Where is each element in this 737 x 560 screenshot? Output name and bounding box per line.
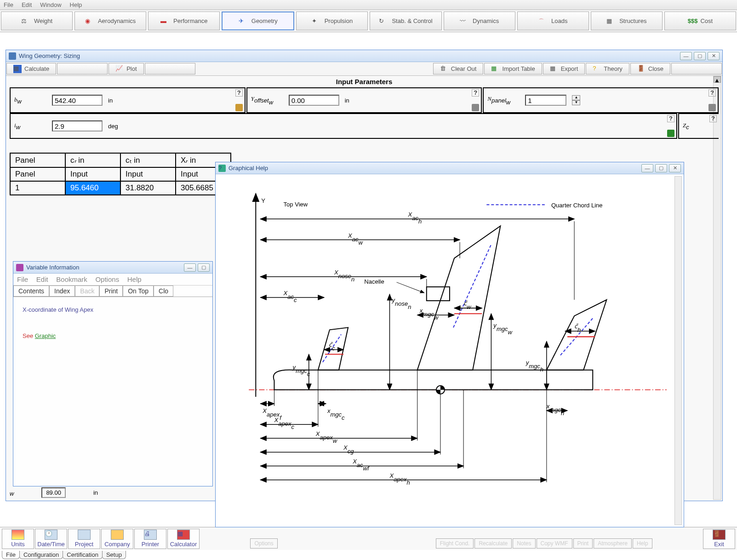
graph-window-titlebar[interactable]: ? Graphical Help — ▢ ✕	[216, 162, 684, 174]
var-menu-bookmark[interactable]: Bookmark	[56, 275, 87, 283]
bottom-toolbar: Units 🕐Date/Time Project Company 🖨Printe…	[0, 527, 737, 550]
company-button[interactable]: Company	[101, 529, 133, 549]
tab-structures[interactable]: ▦Structures	[591, 11, 663, 30]
tab-weight[interactable]: ⚖Weight	[1, 11, 73, 30]
wrench-icon[interactable]	[235, 104, 243, 111]
copywmf-flat[interactable]: Copy WMF	[537, 538, 572, 549]
spin-up[interactable]: ▲	[572, 95, 580, 100]
print-flat[interactable]: Print	[573, 538, 593, 549]
tab-stabcontrol[interactable]: ↻Stab. & Control	[370, 11, 441, 30]
options-flat[interactable]: Options	[250, 538, 277, 549]
export-button[interactable]: ▦Export	[543, 63, 585, 74]
help-icon[interactable]: ?	[709, 115, 717, 122]
cell-selected[interactable]: 95.6460	[65, 181, 120, 195]
wing-window-titlebar[interactable]: Wing Geometry: Sizing — ▢ ✕	[6, 50, 722, 62]
cell[interactable]: 1	[10, 181, 65, 195]
close-toolbar-button[interactable]: 🚪Close	[630, 63, 670, 74]
tab-geometry[interactable]: ✈Geometry	[222, 11, 294, 30]
menu-help[interactable]: Help	[70, 1, 82, 8]
footer-tab-cert[interactable]: Certification	[63, 551, 103, 559]
svg-text:xmgcw: xmgcw	[419, 307, 439, 321]
print-button[interactable]: Print	[99, 286, 123, 297]
minimize-button[interactable]: —	[680, 52, 692, 60]
flightcond-flat[interactable]: Flight Cond.	[436, 538, 474, 549]
tab-dynamics[interactable]: 〰Dynamics	[444, 11, 515, 30]
maximize-button[interactable]: ▢	[198, 263, 210, 272]
wrench-icon[interactable]	[708, 104, 716, 111]
notes-flat[interactable]: Notes	[513, 538, 535, 549]
var-window-titlebar[interactable]: Variable Information — ▢	[13, 262, 212, 274]
main-tabs: ⚖Weight ◉Aerodynamics ▬Performance ✈Geom…	[0, 10, 737, 32]
calculator-button[interactable]: ▦Calculator	[167, 529, 200, 549]
scroll-thumb[interactable]: ▲	[714, 76, 721, 83]
atmosphere-flat[interactable]: Atmosphere	[594, 538, 632, 549]
maximize-button[interactable]: ▢	[694, 52, 706, 60]
help-icon[interactable]: ?	[235, 89, 243, 97]
import-button[interactable]: ▦Import Table	[484, 63, 542, 74]
help-icon[interactable]: ?	[472, 89, 479, 97]
tab-propulsion[interactable]: ✦Propulsion	[296, 11, 368, 30]
hidden-value[interactable]: 89.00	[41, 487, 66, 498]
var-buttons: Contents Index Back Print On Top Clo	[13, 286, 212, 297]
index-button[interactable]: Index	[49, 286, 75, 297]
units-button[interactable]: Units	[2, 529, 34, 549]
iw-field[interactable]	[52, 120, 103, 131]
blank-button-3[interactable]	[671, 63, 722, 74]
exit-button[interactable]: 🚪Exit	[703, 529, 735, 549]
ontop-button[interactable]: On Top	[123, 286, 154, 297]
recalc-flat[interactable]: Recalculate	[474, 538, 512, 549]
plot-button[interactable]: 📈Plot	[109, 63, 143, 74]
menu-window[interactable]: Window	[40, 1, 61, 8]
var-content: X-coordinate of Wing Apex See Graphic	[13, 297, 212, 349]
help-icon[interactable]: ?	[708, 89, 716, 97]
var-menu-options[interactable]: Options	[95, 275, 119, 283]
theory-button[interactable]: ?Theory	[586, 63, 629, 74]
spin-down[interactable]: ▼	[572, 100, 580, 105]
close-button[interactable]: ✕	[669, 164, 681, 172]
minimize-button[interactable]: —	[184, 263, 196, 272]
minimize-button[interactable]: —	[641, 164, 653, 172]
cell[interactable]: Input	[120, 167, 176, 181]
svg-text:c̄w: c̄w	[463, 300, 472, 310]
graphic-link[interactable]: Graphic	[35, 332, 56, 339]
contents-button[interactable]: Contents	[13, 286, 49, 297]
cell[interactable]: Input	[65, 167, 120, 181]
maximize-button[interactable]: ▢	[655, 164, 667, 172]
var-menu-edit[interactable]: Edit	[36, 275, 48, 283]
svg-line-6	[453, 245, 491, 328]
section-header: Input Parameters	[6, 76, 722, 87]
calculate-button[interactable]: ▦Calculate	[6, 63, 56, 74]
cell[interactable]: Panel	[10, 167, 65, 181]
wrench-icon[interactable]	[667, 130, 674, 137]
var-menu-help[interactable]: Help	[127, 275, 142, 283]
footer-tab-file[interactable]: File	[2, 551, 20, 559]
clearout-button[interactable]: 🗑Clear Out	[433, 63, 484, 74]
blank-button-2[interactable]	[145, 63, 195, 74]
datetime-button[interactable]: 🕐Date/Time	[35, 529, 67, 549]
tab-cost[interactable]: $$$Cost	[664, 11, 736, 30]
wrench-icon[interactable]	[472, 104, 479, 111]
vertical-scrollbar[interactable]: ▲	[713, 76, 721, 500]
menu-edit[interactable]: Edit	[22, 1, 32, 8]
tab-aerodynamics[interactable]: ◉Aerodynamics	[74, 11, 146, 30]
tab-performance[interactable]: ▬Performance	[148, 11, 220, 30]
wing-toolbar: ▦Calculate 📈Plot 🗑Clear Out ▦Import Tabl…	[6, 62, 722, 76]
var-menu-file[interactable]: File	[17, 275, 28, 283]
graph-scrollbar[interactable]	[674, 176, 682, 525]
project-button[interactable]: Project	[68, 529, 100, 549]
yoffset-field[interactable]	[289, 95, 339, 106]
printer-button[interactable]: 🖨Printer	[134, 529, 166, 549]
menu-file[interactable]: File	[4, 1, 13, 8]
blank-button-1[interactable]	[57, 63, 108, 74]
close-var-button[interactable]: Clo	[154, 286, 173, 297]
help-flat[interactable]: Help	[633, 538, 652, 549]
npanel-field[interactable]	[525, 95, 566, 106]
graph-window-title: Graphical Help	[229, 165, 268, 171]
footer-tab-setup[interactable]: Setup	[102, 551, 126, 559]
close-button[interactable]: ✕	[708, 52, 720, 60]
tab-loads[interactable]: ⌒Loads	[517, 11, 589, 30]
cell[interactable]: 31.8820	[120, 181, 176, 195]
footer-tab-config[interactable]: Configuration	[19, 551, 63, 559]
bw-field[interactable]	[52, 95, 103, 106]
help-icon[interactable]: ?	[667, 115, 674, 122]
